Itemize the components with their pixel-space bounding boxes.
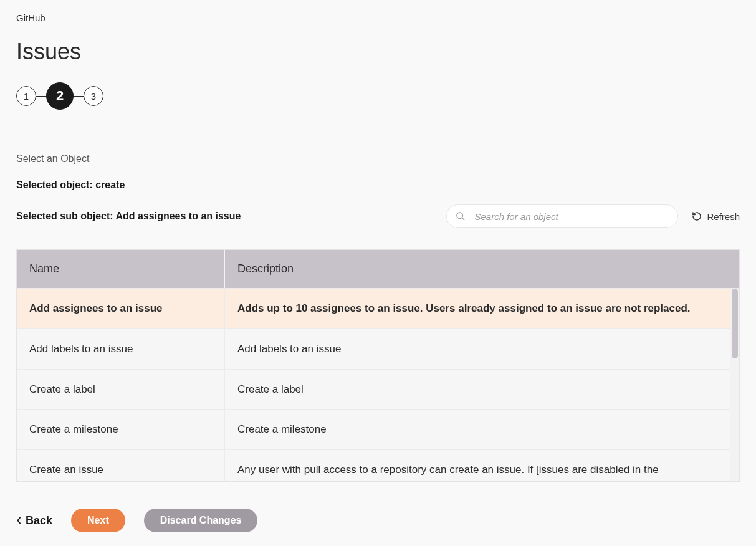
scrollbar-track[interactable] xyxy=(730,289,739,481)
table-row[interactable]: Add assignees to an issueAdds up to 10 a… xyxy=(17,288,739,328)
th-name: Name xyxy=(17,250,225,288)
section-label: Select an Object xyxy=(16,153,740,165)
step-1[interactable]: 1 xyxy=(16,86,36,106)
cell-name: Create an issue xyxy=(17,450,225,481)
object-table: Name Description Add assignees to an iss… xyxy=(16,249,740,482)
cell-name: Create a label xyxy=(17,370,225,410)
step-connector xyxy=(36,96,46,97)
selected-object-value: create xyxy=(95,180,125,190)
back-button[interactable]: Back xyxy=(16,514,52,527)
discard-button[interactable]: Discard Changes xyxy=(144,509,258,532)
selected-object-prefix: Selected object: xyxy=(16,180,95,190)
search-icon xyxy=(456,211,466,221)
cell-description: Add labels to an issue xyxy=(225,329,739,369)
refresh-button[interactable]: Refresh xyxy=(692,211,740,222)
stepper: 123 xyxy=(16,82,740,110)
refresh-icon xyxy=(692,211,702,221)
scrollbar-thumb[interactable] xyxy=(732,289,738,358)
table-body: Add assignees to an issueAdds up to 10 a… xyxy=(17,288,739,481)
selected-sub-line: Selected sub object: Add assignees to an… xyxy=(16,211,241,222)
th-description: Description xyxy=(225,250,739,288)
chevron-left-icon xyxy=(16,516,22,525)
step-3[interactable]: 3 xyxy=(84,86,103,106)
next-button[interactable]: Next xyxy=(71,509,125,532)
back-label: Back xyxy=(26,514,52,527)
cell-description: Any user with pull access to a repositor… xyxy=(225,450,739,481)
table-row[interactable]: Create an issueAny user with pull access… xyxy=(17,449,739,481)
svg-line-1 xyxy=(462,218,464,220)
search-field[interactable] xyxy=(446,204,678,228)
cell-name: Create a milestone xyxy=(17,410,225,449)
cell-name: Add labels to an issue xyxy=(17,329,225,369)
step-connector xyxy=(74,96,84,97)
cell-name: Add assignees to an issue xyxy=(17,289,225,328)
footer-actions: Back Next Discard Changes xyxy=(16,509,257,532)
step-2[interactable]: 2 xyxy=(46,82,74,110)
refresh-label: Refresh xyxy=(707,211,740,222)
breadcrumb-github[interactable]: GitHub xyxy=(16,12,45,23)
selected-object-line: Selected object: create xyxy=(16,180,740,191)
table-header: Name Description xyxy=(17,250,739,288)
page-title: Issues xyxy=(16,39,740,65)
svg-point-0 xyxy=(457,213,462,218)
search-input[interactable] xyxy=(474,211,669,222)
selected-sub-prefix: Selected sub object: xyxy=(16,211,115,221)
cell-description: Create a milestone xyxy=(225,410,739,449)
table-row[interactable]: Create a labelCreate a label xyxy=(17,369,739,410)
selected-sub-value: Add assignees to an issue xyxy=(115,211,241,221)
cell-description: Create a label xyxy=(225,370,739,410)
table-row[interactable]: Create a milestoneCreate a milestone xyxy=(17,409,739,449)
cell-description: Adds up to 10 assignees to an issue. Use… xyxy=(225,289,739,328)
table-row[interactable]: Add labels to an issueAdd labels to an i… xyxy=(17,328,739,369)
